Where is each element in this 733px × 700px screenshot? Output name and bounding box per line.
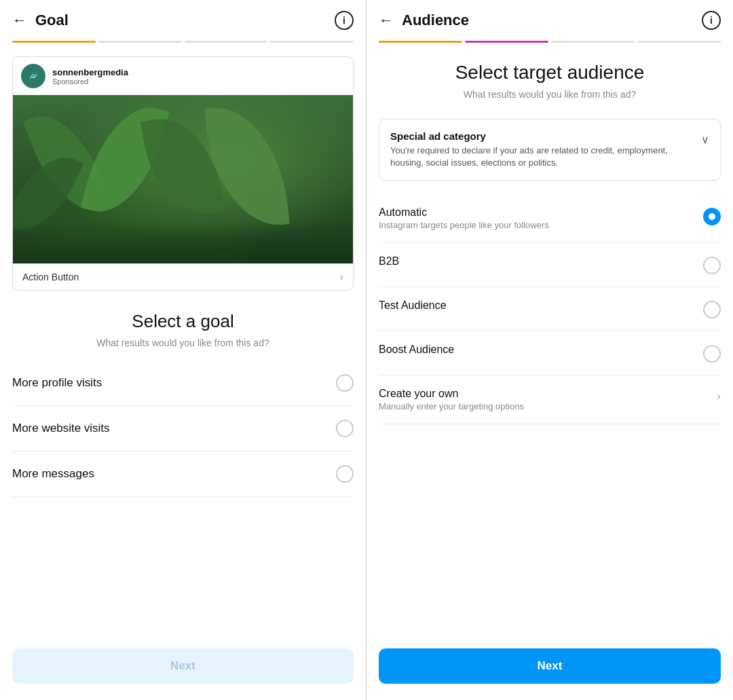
- special-ad-text: Special ad category You're required to d…: [390, 130, 693, 169]
- ad-preview-card: sonnenbergmedia Sponsored Action Button …: [12, 56, 354, 291]
- right-progress-bar: [366, 41, 733, 48]
- radio-test[interactable]: [703, 301, 721, 318]
- ad-action-chevron-icon: ›: [340, 271, 343, 283]
- audience-title: Select target audience: [379, 62, 721, 84]
- audience-option-create-own-content: Create your own Manually enter your targ…: [379, 388, 709, 411]
- right-info-icon[interactable]: i: [702, 11, 721, 30]
- progress-seg-1: [12, 41, 96, 43]
- right-progress-seg-3: [551, 41, 635, 43]
- left-panel-title: Goal: [35, 12, 335, 29]
- radio-boost[interactable]: [703, 345, 721, 363]
- right-back-button[interactable]: ←: [379, 12, 394, 29]
- radio-circle-boost[interactable]: [703, 345, 721, 363]
- left-back-button[interactable]: ←: [12, 12, 27, 29]
- audience-option-desc: Instagram targets people like your follo…: [379, 220, 695, 230]
- radio-circle-automatic[interactable]: [703, 208, 721, 225]
- audience-option-title: Automatic: [379, 206, 695, 219]
- special-ad-description: You're required to declare if your ads a…: [390, 145, 693, 169]
- audience-option-automatic-content: Automatic Instagram targets people like …: [379, 206, 695, 230]
- ad-sponsored-label: Sponsored: [52, 77, 128, 86]
- audience-option-b2b-content: B2B: [379, 255, 695, 269]
- right-panel-title: Audience: [402, 12, 702, 29]
- ad-account-name: sonnenbergmedia: [52, 67, 128, 77]
- create-own-chevron-icon[interactable]: ›: [717, 389, 721, 403]
- audience-option-b2b[interactable]: B2B: [379, 243, 721, 287]
- left-panel: ← Goal i sonnenbergmedia Sponsored: [0, 0, 366, 700]
- right-header: ← Audience i: [366, 0, 733, 41]
- avatar: [21, 64, 45, 88]
- audience-option-create-own[interactable]: Create your own Manually enter your targ…: [379, 375, 721, 424]
- right-progress-seg-4: [637, 41, 721, 43]
- image-overlay: [13, 223, 353, 263]
- goal-option-messages[interactable]: More messages: [12, 452, 354, 497]
- left-header: ← Goal i: [0, 0, 366, 41]
- audience-option-automatic[interactable]: Automatic Instagram targets people like …: [379, 194, 721, 243]
- radio-b2b[interactable]: [703, 257, 721, 274]
- audience-option-title: Test Audience: [379, 299, 695, 312]
- audience-option-boost-content: Boost Audience: [379, 344, 695, 357]
- audience-option-title: Create your own: [379, 388, 709, 400]
- radio-automatic[interactable]: [703, 208, 721, 225]
- ad-account-info: sonnenbergmedia Sponsored: [52, 67, 128, 86]
- radio-circle-profile[interactable]: [336, 374, 354, 392]
- left-progress-bar: [0, 41, 366, 48]
- special-ad-chevron-down-icon: ∨: [701, 133, 709, 146]
- audience-option-title: B2B: [379, 255, 695, 268]
- special-ad-title: Special ad category: [390, 130, 693, 142]
- audience-option-test[interactable]: Test Audience: [379, 287, 721, 331]
- ad-action-text: Action Button: [22, 272, 79, 282]
- right-next-button[interactable]: Next: [379, 648, 721, 684]
- radio-circle-website[interactable]: [336, 420, 354, 437]
- left-next-button-container: Next: [0, 638, 366, 700]
- audience-subtitle: What results would you like from this ad…: [379, 89, 721, 100]
- left-info-icon[interactable]: i: [335, 11, 354, 30]
- audience-content: Select target audience What results woul…: [366, 48, 733, 638]
- radio-circle-messages[interactable]: [336, 465, 354, 483]
- chevron-right-icon: ›: [717, 389, 721, 403]
- audience-option-boost[interactable]: Boost Audience: [379, 331, 721, 375]
- audience-option-title: Boost Audience: [379, 344, 695, 356]
- select-goal-title: Select a goal: [0, 311, 366, 332]
- right-progress-seg-2: [465, 41, 548, 43]
- left-next-button[interactable]: Next: [12, 648, 354, 684]
- svg-point-0: [26, 69, 41, 84]
- select-goal-subtitle: What results would you like from this ad…: [0, 337, 366, 348]
- ad-preview-header: sonnenbergmedia Sponsored: [13, 57, 353, 95]
- right-panel: ← Audience i Select target audience What…: [366, 0, 733, 700]
- ad-image: [13, 95, 353, 263]
- goal-radio-list: More profile visits More website visits …: [0, 361, 366, 638]
- goal-option-website-visits[interactable]: More website visits: [12, 406, 354, 452]
- audience-option-desc: Manually enter your targeting options: [379, 401, 709, 411]
- goal-option-label: More profile visits: [12, 376, 102, 390]
- audience-option-test-content: Test Audience: [379, 299, 695, 313]
- progress-seg-3: [185, 41, 268, 43]
- goal-option-label: More messages: [12, 467, 94, 481]
- progress-seg-4: [270, 41, 354, 43]
- goal-option-label: More website visits: [12, 422, 110, 435]
- goal-option-profile-visits[interactable]: More profile visits: [12, 361, 354, 406]
- ad-action-row[interactable]: Action Button ›: [13, 263, 353, 290]
- right-progress-seg-1: [379, 41, 462, 43]
- progress-seg-2: [98, 41, 182, 43]
- radio-circle-test[interactable]: [703, 301, 721, 318]
- radio-circle-b2b[interactable]: [703, 257, 721, 274]
- right-next-button-container: Next: [366, 638, 733, 700]
- special-ad-category[interactable]: Special ad category You're required to d…: [379, 119, 721, 181]
